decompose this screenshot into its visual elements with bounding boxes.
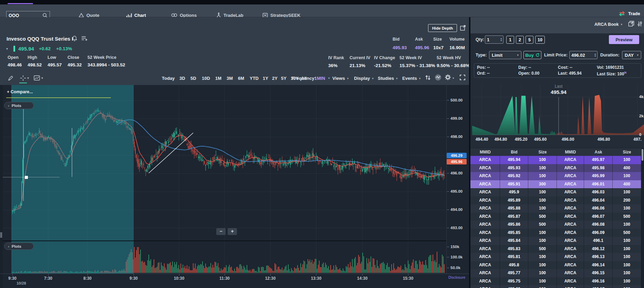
stepper-arrows-icon[interactable]: ▴▾ bbox=[594, 53, 597, 57]
stat-label: IV Rank bbox=[328, 55, 344, 60]
book-ask-cell: 496.14 bbox=[584, 261, 613, 269]
chart-type-caret-icon[interactable]: ▾ bbox=[41, 76, 43, 80]
qty-preset-2[interactable]: 2 bbox=[516, 36, 524, 44]
book-row[interactable]: ARCA495.89100ARCA496.04200 bbox=[470, 196, 641, 205]
plots-toggle-price[interactable]: › Plots bbox=[4, 102, 34, 109]
book-row[interactable]: ARCA495.84100ARCA496.1100 bbox=[470, 237, 641, 245]
book-row[interactable]: ARCA495.8100ARCA496.14100 bbox=[470, 261, 641, 269]
menu-events[interactable]: Events▾ bbox=[402, 76, 420, 81]
book-row[interactable]: ARCA495.69100ARCA496.17100 bbox=[470, 285, 641, 288]
order-type-select[interactable]: Limit ▾ bbox=[489, 51, 521, 59]
book-row[interactable]: ARCA495.9100ARCA496.03100 bbox=[470, 188, 641, 196]
book-row[interactable]: ARCA495.91300ARCA496.01400 bbox=[470, 180, 641, 189]
qty-input[interactable] bbox=[485, 37, 500, 42]
range-button-today[interactable]: Today bbox=[162, 76, 175, 81]
book-header-cell[interactable]: Size bbox=[613, 148, 641, 156]
compare-button[interactable]: + Compare... bbox=[7, 89, 33, 94]
book-header-cell[interactable]: MMID bbox=[470, 148, 500, 156]
book-row[interactable]: ARCA495.86500ARCA496.08100 bbox=[470, 221, 641, 229]
book-header-cell[interactable]: Bid bbox=[500, 148, 528, 156]
book-row[interactable]: ARCA495.75100ARCA496.16100 bbox=[470, 277, 641, 286]
alert-bell-icon[interactable] bbox=[72, 35, 77, 41]
hide-depth-button[interactable]: Hide Depth bbox=[428, 24, 457, 32]
settings-caret-icon[interactable]: ▾ bbox=[453, 76, 454, 80]
book-ask-cell: 496.15 bbox=[584, 269, 613, 277]
book-mmid-cell: ARCA bbox=[470, 188, 500, 196]
plots-toggle-volume[interactable]: › Plots bbox=[4, 243, 34, 250]
book-row[interactable]: ARCA495.85100ARCA496.09500 bbox=[470, 229, 641, 237]
limit-price-input[interactable] bbox=[570, 53, 594, 58]
popout-chart-icon[interactable] bbox=[460, 25, 466, 31]
book-row[interactable]: ARCA495.88100ARCA496.06100 bbox=[470, 204, 641, 213]
price-tick: 494.00 bbox=[447, 207, 463, 212]
social-sentiment-icon[interactable] bbox=[435, 74, 442, 81]
book-row[interactable]: ARCA495.77100ARCA496.15100 bbox=[470, 269, 641, 277]
zoom-out-button[interactable]: − bbox=[216, 228, 226, 235]
draw-tool-icon[interactable] bbox=[8, 75, 14, 81]
settings-gear-icon[interactable] bbox=[445, 74, 451, 81]
book-header-cell[interactable]: Ask bbox=[584, 148, 613, 156]
book-row[interactable]: ARCA495.93100ARCA495.98400 bbox=[470, 164, 641, 172]
book-scrollbar-thumb[interactable] bbox=[642, 149, 643, 161]
book-row[interactable]: ARCA495.81100ARCA496.13100 bbox=[470, 253, 641, 261]
range-button-1m[interactable]: 1M bbox=[215, 76, 221, 81]
book-selector[interactable]: ARCA Book ▾ bbox=[594, 22, 622, 27]
book-mmid-cell: ARCA bbox=[557, 261, 584, 269]
range-button-3m[interactable]: 3M bbox=[227, 76, 233, 81]
qty-preset-1[interactable]: 1 bbox=[506, 36, 514, 44]
compare-arrows-icon[interactable] bbox=[425, 74, 431, 81]
menu-studies[interactable]: Studies▾ bbox=[378, 76, 398, 81]
book-header-cell[interactable]: MMID bbox=[557, 148, 584, 156]
range-button-10d[interactable]: 10D bbox=[202, 76, 210, 81]
book-size-cell: 100 bbox=[613, 172, 641, 180]
popout-book-icon[interactable] bbox=[628, 21, 634, 27]
side-toggle-button[interactable]: Buy bbox=[523, 51, 541, 59]
crosshair-caret-icon[interactable]: ▾ bbox=[27, 76, 29, 80]
chevron-down-icon[interactable]: ▾ bbox=[6, 47, 8, 51]
range-button-2y[interactable]: 2Y bbox=[272, 76, 278, 81]
duration-select[interactable]: DAY ▾ bbox=[622, 51, 641, 59]
qty-preset-10[interactable]: 10 bbox=[535, 36, 545, 44]
candlestick-chart[interactable] bbox=[3, 85, 446, 274]
book-row[interactable]: ARCA495.92100ARCA495.99100 bbox=[470, 172, 641, 180]
menu-display[interactable]: Display▾ bbox=[354, 76, 374, 81]
limit-price-stepper[interactable]: ▴▾ bbox=[569, 51, 598, 59]
range-button-3d[interactable]: 3D bbox=[179, 76, 185, 81]
trade-button[interactable]: Trade bbox=[618, 11, 640, 17]
preview-button[interactable]: Preview bbox=[609, 35, 639, 44]
range-button-ytd[interactable]: YTD bbox=[250, 76, 259, 81]
qty-stepper[interactable]: ▴▾ bbox=[485, 35, 503, 44]
depth-x-label: 495.60 bbox=[534, 137, 547, 142]
stat-key: Last Size: bbox=[597, 72, 617, 76]
stat-value: -- bbox=[487, 65, 490, 70]
qty-preset-5[interactable]: 5 bbox=[526, 36, 533, 44]
book-row[interactable]: ARCA495.83500ARCA496.12100 bbox=[470, 245, 641, 253]
depth-chart[interactable] bbox=[472, 83, 644, 138]
range-button-6m[interactable]: 6M bbox=[238, 76, 244, 81]
zoom-in-button[interactable]: + bbox=[228, 228, 237, 235]
frequency-value[interactable]: 1MIN bbox=[314, 76, 325, 81]
stepper-arrows-icon[interactable]: ▴▾ bbox=[500, 38, 503, 42]
book-mmid-cell: ARCA bbox=[470, 196, 500, 205]
price-tick: 493.00 bbox=[447, 226, 463, 230]
menu-views[interactable]: Views▾ bbox=[332, 76, 349, 81]
crosshair-tool-icon[interactable] bbox=[20, 75, 26, 81]
chart-type-icon[interactable] bbox=[34, 75, 40, 81]
add-to-watchlist-icon[interactable] bbox=[81, 36, 87, 41]
book-row[interactable]: ARCA495.87500ARCA496.07500 bbox=[470, 213, 641, 221]
range-button-5y[interactable]: 5Y bbox=[281, 76, 287, 81]
book-scrollbar[interactable] bbox=[641, 148, 644, 288]
disclosure-link[interactable]: Disclosure bbox=[448, 275, 465, 279]
frequency-caret-icon[interactable]: ▾ bbox=[328, 76, 330, 80]
depth-x-label: 496.80 bbox=[598, 137, 610, 142]
duration-value: DAY bbox=[625, 53, 634, 58]
book-size-cell: 100 bbox=[613, 277, 641, 286]
price-tick: 499.00 bbox=[447, 116, 463, 120]
book-settings-sliders-icon[interactable] bbox=[637, 21, 643, 27]
panel-drag-handle[interactable] bbox=[0, 232, 2, 238]
book-row[interactable]: ARCA495.94100ARCA495.97100 bbox=[470, 156, 641, 164]
fullscreen-icon[interactable] bbox=[459, 74, 466, 81]
range-button-5d[interactable]: 5D bbox=[190, 76, 196, 81]
book-header-cell[interactable]: Size bbox=[528, 148, 557, 156]
range-button-1y[interactable]: 1Y bbox=[263, 76, 268, 81]
